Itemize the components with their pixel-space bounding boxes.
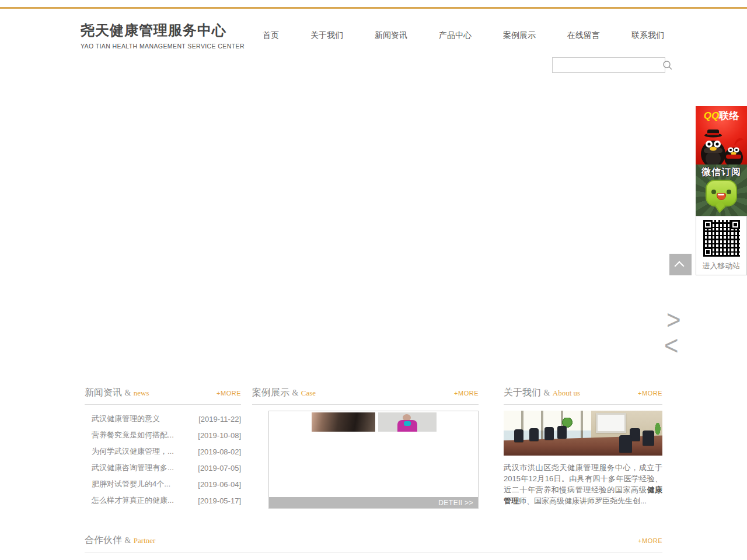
about-section-header: 关于我们 & About us +MORE — [504, 387, 662, 405]
about-img-chair — [619, 435, 632, 453]
qq-title-rest: 联络 — [719, 110, 739, 121]
case-title-cn: 案例展示 — [252, 387, 289, 397]
news-section: 新闻资讯 & news +MORE 武汉健康管理的意义 [2019-11-22]… — [85, 387, 241, 509]
about-section: 关于我们 & About us +MORE 武汉市洪山区尧天健康管理服务中心，成… — [504, 387, 662, 506]
hero-banner — [0, 79, 747, 379]
carousel-next-icon[interactable]: > — [666, 307, 681, 334]
site-logo[interactable]: 尧天健康管理服务中心 YAO TIAN HEALTH MANAGEMENT SE… — [81, 21, 245, 50]
floating-contact-bar: QQ联络 — [696, 106, 747, 275]
case-section-header: 案例展示 & Case +MORE — [252, 387, 479, 405]
chevron-up-icon — [675, 261, 685, 271]
about-section-title: 关于我们 & About us — [504, 387, 580, 399]
news-more-link[interactable]: +MORE — [217, 390, 241, 397]
partner-section-title: 合作伙伴 & Partner — [85, 534, 155, 547]
case-detail-link[interactable]: DETEIl >> — [438, 499, 473, 507]
news-item-title: 为何学武汉健康管理，... — [85, 446, 174, 457]
qr-finder-icon — [731, 220, 740, 229]
about-text-post: 师、国家高级健康讲师罗臣尧先生创... — [519, 496, 647, 505]
qr-code — [703, 220, 740, 257]
qr-finder-icon — [703, 247, 713, 257]
case-thumbnail-image[interactable] — [378, 412, 437, 432]
wechat-subscribe-panel[interactable]: 微信订阅 — [696, 164, 747, 216]
case-detail-bar: DETEIl >> — [269, 497, 478, 508]
news-item-date: [2019-08-02] — [198, 447, 241, 456]
wechat-bubble-eye — [711, 190, 716, 194]
about-text: 武汉市洪山区尧天健康管理服务中心，成立于2015年12月16日。由具有四十多年医… — [504, 462, 662, 506]
about-img-screen — [596, 413, 626, 433]
partner-title-amp: & — [124, 536, 131, 545]
partner-section-header: 合作伙伴 & Partner +MORE — [85, 534, 662, 552]
qq-title-highlight: QQ — [704, 110, 719, 121]
case-slider-box: DETEIl >> — [268, 411, 479, 509]
qq-penguins-icon — [696, 128, 747, 164]
news-item-date: [2019-11-22] — [198, 415, 241, 424]
nav-contact[interactable]: 联系我们 — [631, 30, 664, 41]
case-section: 案例展示 & Case +MORE DETEIl >> — [252, 387, 479, 509]
news-list-item[interactable]: 为何学武汉健康管理，... [2019-08-02] — [85, 443, 241, 460]
about-img-chair — [544, 427, 554, 440]
case-title-amp: & — [292, 388, 298, 397]
mobile-site-qr-panel[interactable]: 进入移动站 — [696, 216, 747, 275]
about-img-chair — [557, 426, 567, 439]
news-item-date: [2019-10-08] — [198, 431, 241, 440]
qr-finder-icon — [703, 220, 713, 229]
news-list-item[interactable]: 怎么样才算真正的健康... [2019-05-17] — [85, 492, 241, 509]
search-icon[interactable] — [662, 58, 673, 72]
news-item-date: [2019-05-17] — [198, 496, 241, 505]
case-more-link[interactable]: +MORE — [454, 390, 479, 397]
news-section-title: 新闻资讯 & news — [85, 387, 149, 399]
case-thumbnails — [312, 412, 437, 432]
carousel-prev-icon[interactable]: < — [664, 332, 679, 359]
top-accent-line — [0, 7, 747, 9]
news-item-date: [2019-06-04] — [198, 480, 241, 489]
wechat-subscribe-title: 微信订阅 — [696, 166, 747, 178]
partner-more-link[interactable]: +MORE — [638, 537, 662, 544]
qq-contact-title: QQ联络 — [696, 109, 747, 123]
news-item-title: 肥胖对试管婴儿的4个... — [85, 479, 170, 489]
case-title-en: Case — [301, 388, 316, 397]
nav-message[interactable]: 在线留言 — [567, 30, 600, 41]
nav-cases[interactable]: 案例展示 — [503, 30, 536, 41]
news-list-item[interactable]: 武汉健康管理的意义 [2019-11-22] — [85, 411, 241, 427]
case-section-title: 案例展示 & Case — [252, 387, 316, 399]
about-img-chair — [529, 428, 539, 441]
about-img-chair — [514, 429, 523, 442]
back-to-top-button[interactable] — [669, 254, 692, 275]
nav-about[interactable]: 关于我们 — [310, 30, 343, 41]
main-nav: 首页 关于我们 新闻资讯 产品中心 案例展示 在线留言 联系我们 — [263, 30, 664, 41]
search-input[interactable] — [553, 58, 662, 72]
nav-news[interactable]: 新闻资讯 — [375, 30, 407, 41]
site-title: 尧天健康管理服务中心 — [81, 21, 245, 40]
nav-home[interactable]: 首页 — [263, 30, 279, 41]
news-list: 武汉健康管理的意义 [2019-11-22] 营养餐究竟是如何搭配... [20… — [85, 411, 241, 509]
qq-contact-panel[interactable]: QQ联络 — [696, 106, 747, 164]
news-list-item[interactable]: 肥胖对试管婴儿的4个... [2019-06-04] — [85, 476, 241, 492]
about-img-plant — [654, 421, 661, 436]
news-list-item[interactable]: 营养餐究竟是如何搭配... [2019-10-08] — [85, 427, 241, 443]
case-thumb-figure — [404, 421, 411, 426]
nav-products[interactable]: 产品中心 — [439, 30, 472, 41]
about-title-amp: & — [543, 388, 550, 397]
wechat-bubble-eye — [727, 190, 731, 194]
case-thumbnail-image[interactable] — [312, 412, 375, 432]
about-img-chair — [643, 430, 654, 446]
news-item-title: 武汉健康咨询管理有多... — [85, 463, 174, 473]
mobile-site-label: 进入移动站 — [696, 261, 746, 271]
news-item-title: 营养餐究竟是如何搭配... — [85, 430, 174, 440]
about-more-link[interactable]: +MORE — [638, 390, 662, 397]
news-title-en: news — [134, 388, 149, 397]
news-title-amp: & — [124, 388, 131, 397]
wechat-bubble-icon — [706, 180, 737, 206]
site-subtitle: YAO TIAN HEALTH MANAGEMENT SERVICE CENTE… — [81, 43, 245, 50]
about-text-pre: 武汉市洪山区尧天健康管理服务中心，成立于2015年12月16日。由具有四十多年医… — [504, 463, 662, 494]
news-item-title: 怎么样才算真正的健康... — [85, 495, 174, 506]
partner-title-en: Partner — [134, 536, 156, 545]
news-list-item[interactable]: 武汉健康咨询管理有多... [2019-07-05] — [85, 460, 241, 476]
wechat-bubble-mouth — [717, 193, 726, 200]
about-conference-room-image[interactable] — [504, 411, 662, 456]
about-title-en: About us — [553, 388, 580, 397]
about-title-cn: 关于我们 — [504, 387, 541, 397]
page: 尧天健康管理服务中心 YAO TIAN HEALTH MANAGEMENT SE… — [0, 0, 747, 560]
news-item-date: [2019-07-05] — [198, 464, 241, 473]
news-section-header: 新闻资讯 & news +MORE — [85, 387, 241, 405]
